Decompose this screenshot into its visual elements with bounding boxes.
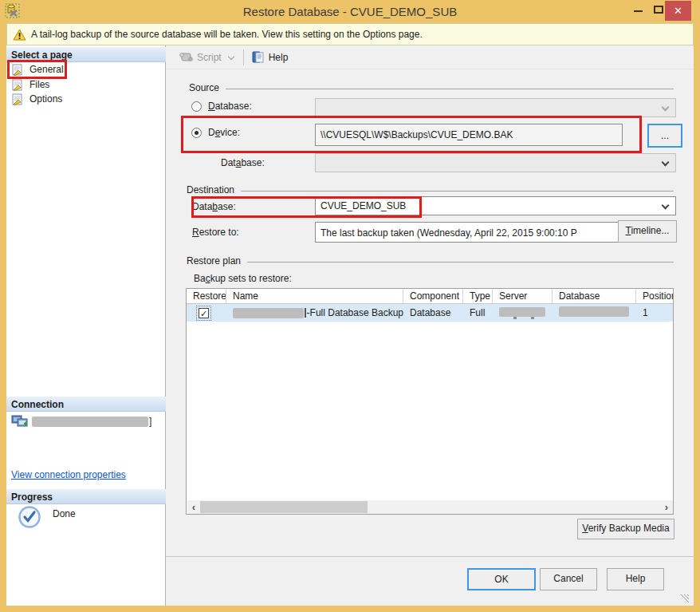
restore-to-label: Restore to: xyxy=(192,227,239,238)
destination-database-value: CVUE_DEMO_SUB xyxy=(321,200,406,211)
redaction-block xyxy=(499,307,545,317)
browse-button[interactable]: ... xyxy=(647,124,682,148)
server-cell xyxy=(493,307,553,319)
main-panel: Script Help Source Database: Device: \\C… xyxy=(166,45,694,606)
redaction-block xyxy=(32,417,148,427)
minimize-button[interactable] xyxy=(634,10,643,12)
done-check-icon xyxy=(18,505,41,529)
column-header-server[interactable]: Server xyxy=(493,289,553,303)
component-cell: Database xyxy=(403,307,463,318)
chevron-down-icon xyxy=(662,104,670,112)
sidebar: Select a page General Files Optio xyxy=(6,45,166,606)
connection-text-suffix: ] xyxy=(149,416,151,427)
destination-group-label: Destination xyxy=(187,184,234,195)
sidebar-item-options[interactable]: Options xyxy=(8,92,144,106)
column-header-position[interactable]: Position xyxy=(636,289,673,303)
timeline-button[interactable]: Timeline... xyxy=(618,220,677,243)
name-cell: -Full Database Backup xyxy=(226,307,403,318)
table-row[interactable]: ✓ -Full Database Backup Database Full 1 xyxy=(187,304,673,322)
page-icon xyxy=(12,79,25,91)
script-icon xyxy=(179,52,193,62)
toolbar: Script Help xyxy=(166,45,694,69)
done-label: Done xyxy=(53,508,76,526)
sidebar-item-files[interactable]: Files xyxy=(8,77,144,92)
sidebar-item-label: General xyxy=(29,64,64,75)
close-button[interactable]: ✕ xyxy=(665,1,691,21)
toolbar-separator xyxy=(243,49,244,65)
help-button-toolbar[interactable]: Help xyxy=(249,49,292,65)
device-radio-label: Device: xyxy=(208,127,240,138)
sidebar-item-general[interactable]: General xyxy=(8,62,144,77)
chevron-down-icon xyxy=(662,202,670,210)
progress-header: Progress xyxy=(6,489,166,504)
backup-sets-table: Restore Name Component Type Server Datab… xyxy=(186,288,674,515)
help-label: Help xyxy=(269,52,289,63)
cancel-button[interactable]: Cancel xyxy=(540,568,597,590)
restore-plan-group: Restore plan xyxy=(187,255,674,267)
help-button[interactable]: Help xyxy=(607,568,664,590)
connection-header: Connection xyxy=(6,397,166,412)
device-radio[interactable] xyxy=(191,128,202,138)
server-icon xyxy=(11,414,29,428)
source-backup-database-combobox[interactable] xyxy=(315,153,676,172)
ok-button[interactable]: OK xyxy=(467,568,536,590)
connection-server: ] xyxy=(11,414,151,428)
restore-cell: ✓ xyxy=(187,306,226,321)
restore-to-field[interactable]: The last backup taken (Wednesday, April … xyxy=(315,222,623,243)
warning-banner: A tail-log backup of the source database… xyxy=(6,23,694,45)
resize-grip[interactable] xyxy=(681,594,689,602)
verify-backup-media-button[interactable]: Verify Backup Media xyxy=(577,519,674,539)
table-header-row: Restore Name Component Type Server Datab… xyxy=(187,289,673,304)
restore-plan-group-label: Restore plan xyxy=(187,255,241,267)
column-header-component[interactable]: Component xyxy=(403,289,463,303)
type-cell: Full xyxy=(463,307,493,318)
scroll-left-icon[interactable]: ‹ xyxy=(187,501,200,513)
redaction-block xyxy=(559,306,629,317)
redaction-block xyxy=(233,308,304,318)
view-connection-properties-link[interactable]: View connection properties xyxy=(11,469,126,480)
select-a-page-header: Select a page xyxy=(6,47,166,62)
footer-separator xyxy=(166,556,694,557)
source-group: Source xyxy=(189,82,674,93)
device-path-field[interactable]: \\CVUESQL\W$\Backups\CVUE_DEMO.BAK xyxy=(315,124,623,146)
page-icon xyxy=(12,93,25,105)
scrollbar-thumb[interactable] xyxy=(200,501,368,513)
warning-text: A tail-log backup of the source database… xyxy=(31,29,423,40)
warning-icon xyxy=(13,29,26,41)
column-header-restore[interactable]: Restore xyxy=(187,289,226,303)
scroll-right-icon[interactable]: › xyxy=(660,501,673,513)
source-database2-label: Database: xyxy=(221,157,265,168)
group-rule xyxy=(247,262,674,263)
script-button[interactable]: Script xyxy=(175,49,238,65)
column-header-name[interactable]: Name xyxy=(226,289,403,303)
help-icon xyxy=(252,51,265,63)
restore-checkbox[interactable]: ✓ xyxy=(199,308,209,318)
horizontal-scrollbar[interactable]: ‹ › xyxy=(187,500,673,514)
column-header-database[interactable]: Database xyxy=(553,289,636,303)
destination-group: Destination xyxy=(187,184,674,195)
maximize-button[interactable] xyxy=(654,6,663,14)
checkbox-focus-rect: ✓ xyxy=(196,306,211,321)
page-icon xyxy=(12,64,25,76)
script-dropdown-chevron-icon[interactable] xyxy=(227,53,234,59)
restore-database-dialog: Restore Database - CVUE_DEMO_SUB ✕ A tai… xyxy=(0,0,700,612)
database-radio-label: Database: xyxy=(208,101,252,112)
destination-database-label: Database: xyxy=(192,201,236,212)
destination-database-combobox[interactable]: CVUE_DEMO_SUB xyxy=(315,196,676,215)
sidebar-item-label: Files xyxy=(29,79,49,90)
source-group-label: Source xyxy=(189,82,219,93)
group-rule xyxy=(226,89,674,89)
page-title: Restore Database - CVUE_DEMO_SUB xyxy=(0,5,700,18)
position-cell: 1 xyxy=(636,307,673,318)
column-header-type[interactable]: Type xyxy=(463,289,493,303)
progress-status: Done xyxy=(18,505,76,529)
name-cell-text: -Full Database Backup xyxy=(307,307,403,318)
database-radio[interactable] xyxy=(191,101,202,112)
backup-sets-label: Backup sets to restore: xyxy=(194,273,292,284)
redaction-block xyxy=(305,308,306,318)
chevron-down-icon xyxy=(662,159,670,167)
sidebar-item-label: Options xyxy=(29,93,62,105)
group-rule xyxy=(241,191,674,191)
title-bar: Restore Database - CVUE_DEMO_SUB ✕ xyxy=(0,0,700,22)
source-database-combobox[interactable] xyxy=(315,98,676,117)
